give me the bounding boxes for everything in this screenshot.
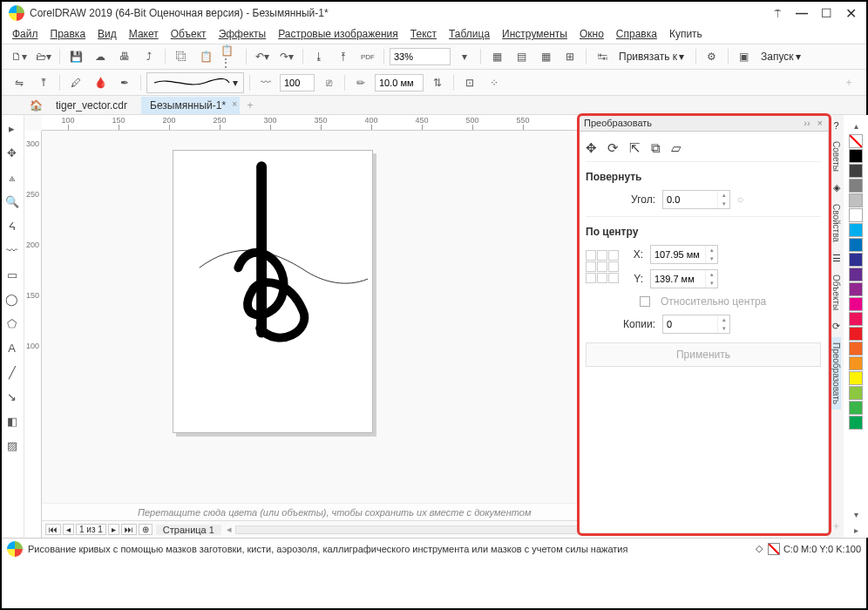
y-input[interactable] (651, 270, 705, 288)
export-button[interactable]: ⤴ (139, 47, 159, 66)
connector-tool[interactable]: ↘ (3, 387, 22, 406)
angle-input[interactable] (663, 191, 717, 208)
color-swatch[interactable] (849, 416, 863, 430)
pen-style2-button[interactable]: 🩸 (90, 73, 111, 92)
menu-buy[interactable]: Купить (669, 28, 702, 40)
export2-button[interactable]: ⭱ (333, 47, 354, 66)
menu-object[interactable]: Объект (171, 28, 207, 40)
copies-input[interactable] (663, 315, 717, 333)
palette-up-button[interactable]: ▴ (854, 121, 858, 131)
anchor-grid[interactable] (586, 250, 619, 283)
properties-icon[interactable]: ◈ (833, 182, 840, 193)
artistic-media-tool[interactable]: 〰 (3, 241, 22, 260)
page-last-button[interactable]: ⏭ (121, 524, 137, 535)
color-swatch[interactable] (849, 208, 863, 222)
paste-button[interactable]: 📋 (195, 47, 216, 66)
options-button[interactable]: ⚙ (702, 47, 722, 66)
palette-down-button[interactable]: ▾ (854, 510, 858, 519)
color-swatch[interactable] (849, 149, 863, 163)
add-docker-button[interactable]: ＋ (831, 519, 841, 532)
menu-window[interactable]: Окно (580, 28, 604, 40)
objects-icon[interactable]: ☰ (832, 253, 841, 264)
color-swatch[interactable] (849, 371, 863, 385)
color-swatch[interactable] (849, 356, 863, 370)
menu-tools[interactable]: Инструменты (502, 28, 567, 40)
tab-hints[interactable]: Советы (831, 136, 841, 177)
launch-icon[interactable]: ▣ (734, 47, 755, 66)
print-button[interactable]: 🖶 (114, 47, 135, 66)
page-first-button[interactable]: ⏮ (45, 524, 61, 535)
menu-layout[interactable]: Макет (129, 28, 159, 40)
grid-button[interactable]: ▤ (511, 47, 532, 66)
close-tab-icon[interactable]: × (232, 99, 237, 109)
cloud-button[interactable]: ☁ (90, 47, 111, 66)
color-swatch[interactable] (849, 238, 863, 252)
minimize-button[interactable]: — (790, 3, 814, 23)
launch-dropdown[interactable]: Запуск▾ (758, 50, 807, 64)
transform-scale-icon[interactable]: ⇱ (629, 140, 641, 156)
tab-transform[interactable]: Преобразовать (831, 337, 841, 410)
fill-icon[interactable]: ◇ (756, 543, 763, 554)
page-canvas[interactable] (173, 150, 373, 433)
ellipse-tool[interactable]: ◯ (3, 289, 22, 308)
redo-button[interactable]: ↷▾ (276, 47, 297, 66)
transform-position-icon[interactable]: ✥ (586, 140, 597, 156)
add-tab-button[interactable]: ＋ (245, 98, 255, 112)
menu-edit[interactable]: Правка (51, 28, 86, 40)
zoom-tool[interactable]: 🔍 (3, 192, 22, 211)
color-swatch[interactable] (849, 268, 863, 281)
polygon-tool[interactable]: ⬠ (3, 314, 22, 333)
snap-to-dropdown[interactable]: Привязать к▾ (616, 50, 690, 64)
stroke-preset-dropdown[interactable]: ▾ (146, 72, 244, 93)
color-swatch[interactable] (849, 386, 863, 400)
color-swatch[interactable] (849, 164, 863, 178)
tracking-button[interactable]: ⁘ (484, 73, 505, 92)
pdf-button[interactable]: PDF (357, 47, 378, 66)
transparency-tool[interactable]: ▨ (3, 436, 22, 455)
spin-icon[interactable]: ⇅ (427, 73, 448, 92)
hints-icon[interactable]: ? (833, 120, 838, 131)
transform-size-icon[interactable]: ⧉ (651, 140, 661, 156)
palette-flyout-button[interactable]: ▸ (854, 525, 858, 535)
dimension-tool[interactable]: ╱ (3, 363, 22, 382)
zoom-dropdown[interactable]: ▾ (454, 47, 475, 66)
smoothing-input[interactable] (280, 74, 315, 92)
menu-bitmaps[interactable]: Растровые изображения (278, 28, 398, 40)
apply-button[interactable]: Применить (586, 342, 821, 367)
angle-down[interactable]: ▾ (717, 200, 729, 208)
maximize-button[interactable]: ☐ (814, 3, 838, 23)
color-swatch[interactable] (849, 297, 863, 311)
menu-text[interactable]: Текст (410, 28, 437, 40)
page-next-button[interactable]: ▸ (108, 524, 119, 535)
shape-tool[interactable]: ✥ (3, 143, 22, 162)
rectangle-tool[interactable]: ▭ (3, 265, 22, 284)
pen-style1-button[interactable]: 🖊 (65, 73, 86, 92)
color-swatch[interactable] (849, 342, 863, 356)
close-button[interactable]: ✕ (838, 3, 863, 23)
color-swatch[interactable] (849, 282, 863, 296)
menu-view[interactable]: Вид (98, 28, 117, 40)
snap-options-button[interactable]: ⭾ (592, 47, 613, 66)
add-toolbar-button[interactable]: ＋ (838, 73, 859, 92)
transform-skew-icon[interactable]: ▱ (671, 140, 682, 156)
direction-radio[interactable]: ○ (737, 193, 743, 206)
color-swatch[interactable] (849, 401, 863, 415)
pick-tool[interactable]: ▸ (3, 119, 22, 138)
color-swatch[interactable] (849, 193, 863, 207)
menu-file[interactable]: Файл (12, 28, 38, 40)
docker-collapse-icon[interactable]: ›› (804, 118, 810, 128)
import-button[interactable]: ⭳ (309, 47, 329, 66)
menu-help[interactable]: Справка (616, 28, 657, 40)
save-button[interactable]: 💾 (65, 47, 86, 66)
paste-special-button[interactable]: 📋⋮ (220, 47, 241, 66)
ruler-vertical[interactable]: 300250200150100 (24, 131, 42, 538)
home-tab[interactable]: 🏠 (24, 99, 47, 112)
fullscreen-button[interactable]: ▦ (486, 47, 507, 66)
bounding-box-button[interactable]: ⊡ (459, 73, 480, 92)
mirror-v-button[interactable]: ⤒ (33, 73, 54, 92)
tab-tiger[interactable]: tiger_vector.cdr (47, 97, 141, 114)
angle-up[interactable]: ▴ (717, 191, 729, 200)
tab-untitled[interactable]: Безымянный-1*× (141, 97, 240, 114)
zoom-input[interactable] (390, 48, 451, 65)
open-button[interactable]: 🗁▾ (33, 47, 54, 66)
